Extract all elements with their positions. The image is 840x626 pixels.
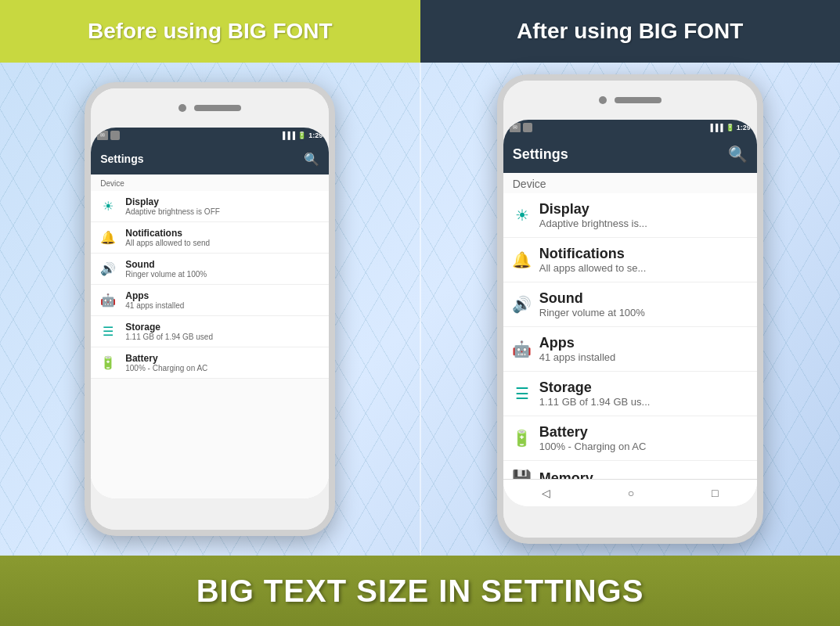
after-apps-icon: 🤖 [513,340,532,358]
after-notifications-subtitle: All apps allowed to se... [539,262,647,274]
before-header-title: Settings [100,153,143,165]
before-phone-camera [178,104,186,112]
after-battery-title: Battery [539,424,647,441]
after-apps-title: Apps [539,335,616,351]
before-battery-subtitle: 100% - Charging on AC [125,364,207,372]
after-status-left: ✉ [510,123,532,132]
before-phone-side: ✉ ▐▐▐ 🔋 1:29 Settings [0,63,420,556]
after-item-battery[interactable]: 🔋 Battery 100% - Charging on AC [503,416,757,461]
before-display-icon: ☀ [99,197,117,216]
before-battery-icon: 🔋 [297,131,306,139]
after-apps-subtitle: 41 apps installed [539,351,616,363]
before-item-storage[interactable]: ☰ Storage 1.11 GB of 1.94 GB used [91,316,329,347]
before-time: 1:29 [308,131,323,139]
after-item-apps[interactable]: 🤖 Apps 41 apps installed [503,327,757,372]
after-item-sound[interactable]: 🔊 Sound Ringer volume at 100% [503,282,757,327]
before-notifications-text: Notifications All apps allowed to send [125,228,210,247]
after-settings-header: Settings 🔍 [503,135,757,173]
after-item-storage[interactable]: ☰ Storage 1.11 GB of 1.94 GB us... [503,372,757,416]
after-nav-bar: ◁ ○ □ [503,479,757,506]
after-apps-text: Apps 41 apps installed [539,335,616,363]
after-phone-speaker [615,97,662,103]
before-section-device: Device [91,174,329,191]
after-search-icon[interactable]: 🔍 [728,145,748,164]
before-notifications-icon: 🔔 [99,228,117,247]
before-notifications-subtitle: All apps allowed to send [125,239,210,247]
before-display-text: Display Adaptive brightness is OFF [125,196,220,216]
before-notifications-title: Notifications [125,228,210,239]
before-phone-bottom [91,498,329,530]
after-phone-screen: ✉ ▐▐▐ 🔋 1:29 Settings [503,120,757,506]
before-mail-icon: ✉ [97,131,108,140]
after-sound-icon: 🔊 [513,295,532,314]
before-storage-icon: ☰ [99,322,117,341]
before-item-battery[interactable]: 🔋 Battery 100% - Charging on AC [91,347,329,379]
after-battery-icon: 🔋 [726,124,734,131]
before-settings-header: Settings 🔍 [91,143,329,174]
before-item-display[interactable]: ☀ Display Adaptive brightness is OFF [91,191,329,222]
after-phone-inner: ✉ ▐▐▐ 🔋 1:29 Settings [503,120,757,506]
after-signal-icon [523,123,532,132]
after-battery-text: Battery 100% - Charging on AC [539,424,647,452]
before-item-notifications[interactable]: 🔔 Notifications All apps allowed to send [91,222,329,254]
after-phone-camera [599,96,607,104]
before-settings-content: Device ☀ Display Adaptive brightness is … [91,174,329,498]
after-storage-title: Storage [539,380,651,396]
before-item-apps[interactable]: 🤖 Apps 41 apps installed [91,285,329,316]
after-battery-item-icon: 🔋 [513,429,532,448]
after-phone-bottom [503,506,757,538]
after-memory-title: Memory [539,470,593,480]
after-time: 1:29 [737,124,751,131]
after-display-subtitle: Adaptive brightness is... [539,218,647,229]
after-phone-frame: ✉ ▐▐▐ 🔋 1:29 Settings [497,74,763,544]
home-button[interactable]: ○ [628,487,634,499]
before-item-sound[interactable]: 🔊 Sound Ringer volume at 100% [91,254,329,285]
label-before: Before using BIG FONT [0,0,420,63]
before-search-icon[interactable]: 🔍 [304,152,319,167]
before-phone-screen: ✉ ▐▐▐ 🔋 1:29 Settings [91,128,329,498]
after-storage-text: Storage 1.11 GB of 1.94 GB us... [539,380,651,408]
main-container: Before using BIG FONT After using BIG FO… [0,0,840,626]
after-display-text: Display Adaptive brightness is... [539,201,647,229]
after-notifications-icon: 🔔 [513,250,532,269]
before-sound-icon: 🔊 [99,260,117,279]
before-signal-icon [110,131,120,140]
top-labels: Before using BIG FONT After using BIG FO… [0,0,840,63]
label-after: After using BIG FONT [420,0,841,63]
after-phone-top [503,81,757,120]
before-status-left: ✉ [97,131,120,140]
after-memory-text: Memory [539,470,593,480]
after-signal-bars: ▐▐▐ [708,124,723,131]
after-item-notifications[interactable]: 🔔 Notifications All apps allowed to se..… [503,238,757,282]
before-sound-title: Sound [125,259,207,270]
recent-button[interactable]: □ [712,487,718,499]
after-item-display[interactable]: ☀ Display Adaptive brightness is... [503,193,757,238]
before-sound-subtitle: Ringer volume at 100% [125,270,207,279]
after-header-title: Settings [513,146,568,163]
back-button[interactable]: ◁ [542,487,550,499]
bottom-banner-text: BIG TEXT SIZE IN SETTINGS [196,574,644,609]
after-phone-side: ✉ ▐▐▐ 🔋 1:29 Settings [420,63,841,556]
after-notifications-title: Notifications [539,246,647,262]
before-phone-frame: ✉ ▐▐▐ 🔋 1:29 Settings [85,82,335,536]
after-mail-icon: ✉ [510,123,521,132]
before-phone-inner: ✉ ▐▐▐ 🔋 1:29 Settings [91,128,329,498]
after-sound-text: Sound Ringer volume at 100% [539,290,645,318]
after-memory-icon: 💾 [513,469,532,479]
before-display-title: Display [125,196,220,207]
before-battery-title: Battery [125,353,207,364]
after-notifications-text: Notifications All apps allowed to se... [539,246,647,274]
after-status-right: ▐▐▐ 🔋 1:29 [708,124,751,131]
after-battery-subtitle: 100% - Charging on AC [539,441,647,452]
before-storage-text: Storage 1.11 GB of 1.94 GB used [125,322,213,341]
before-status-bar: ✉ ▐▐▐ 🔋 1:29 [91,128,329,143]
before-signal-bars: ▐▐▐ [280,131,295,139]
before-battery-item-icon: 🔋 [99,354,117,372]
phones-area: ✉ ▐▐▐ 🔋 1:29 Settings [0,63,840,556]
before-apps-subtitle: 41 apps installed [125,301,184,310]
before-storage-subtitle: 1.11 GB of 1.94 GB used [125,333,213,341]
before-display-subtitle: Adaptive brightness is OFF [125,207,220,216]
before-storage-title: Storage [125,322,213,333]
before-apps-icon: 🤖 [99,291,117,310]
after-item-memory[interactable]: 💾 Memory [503,461,757,479]
